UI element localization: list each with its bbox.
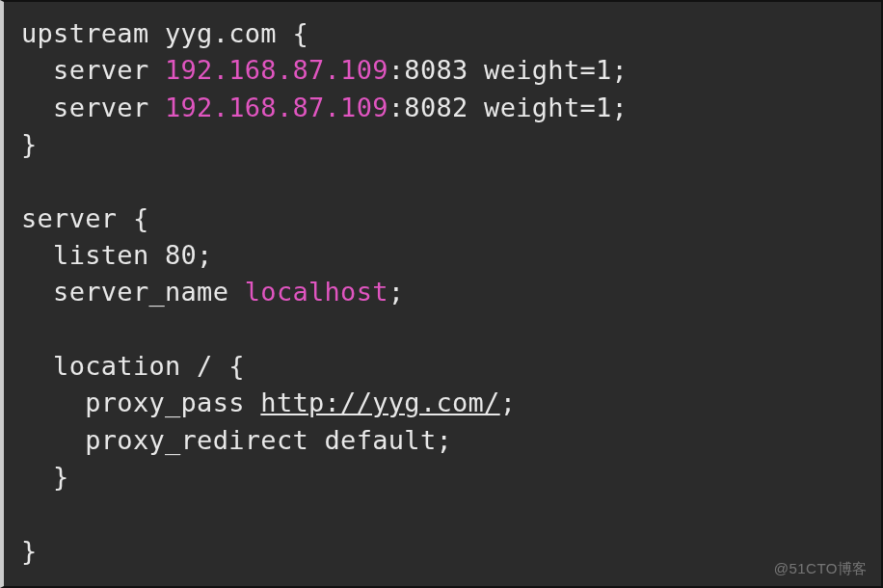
code-editor-pane: upstream yyg.com { server 192.168.87.109… — [0, 0, 883, 588]
code-token: server — [21, 93, 165, 122]
code-token: } — [21, 462, 69, 492]
code-token: server_name — [21, 277, 245, 307]
code-token: server — [21, 55, 165, 85]
code-token: proxy_redirect default; — [21, 425, 452, 455]
code-token: proxy_pass — [21, 388, 260, 417]
hostname-literal: localhost — [245, 277, 388, 307]
code-token: } — [21, 129, 38, 159]
code-token: :8082 weight=1; — [388, 93, 628, 122]
ip-literal: 192.168.87.109 — [165, 55, 388, 85]
nginx-config-code: upstream yyg.com { server 192.168.87.109… — [21, 15, 864, 570]
code-token: listen 80; — [21, 240, 213, 270]
url-literal: http://yyg.com/ — [260, 388, 499, 417]
code-token: } — [21, 536, 38, 566]
code-token: upstream yyg.com { — [21, 18, 308, 48]
watermark-text: @51CTO博客 — [774, 560, 868, 578]
ip-literal: 192.168.87.109 — [165, 93, 388, 122]
code-token: server { — [21, 203, 148, 233]
code-token: location / { — [21, 351, 245, 381]
code-token: ; — [388, 277, 405, 307]
code-token: ; — [500, 388, 517, 417]
code-token: :8083 weight=1; — [388, 55, 628, 85]
